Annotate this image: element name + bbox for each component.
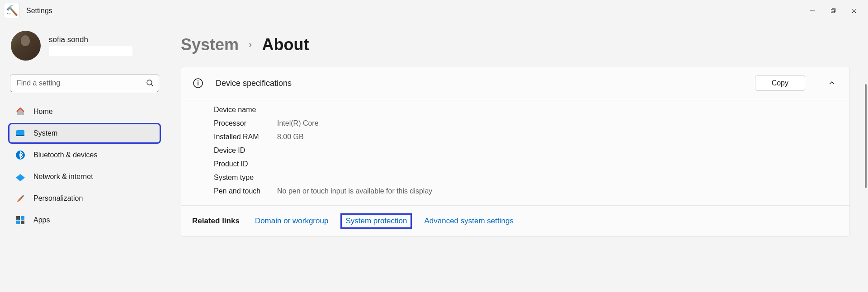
card-body: Device name Processor Intel(R) Core Inst… bbox=[181, 100, 849, 205]
collapse-button[interactable] bbox=[825, 76, 839, 90]
svg-point-16 bbox=[198, 80, 198, 81]
scrollbar[interactable] bbox=[864, 22, 867, 292]
spec-value: Intel(R) Core bbox=[277, 119, 319, 127]
sidebar-item-label: Network & internet bbox=[33, 173, 93, 181]
spec-row-device-name: Device name bbox=[214, 103, 839, 117]
content: sofia sondh Home System bbox=[0, 22, 868, 292]
svg-rect-1 bbox=[831, 9, 835, 13]
search-input[interactable] bbox=[10, 74, 159, 92]
paintbrush-icon bbox=[15, 193, 25, 203]
profile-info: sofia sondh bbox=[49, 35, 132, 56]
breadcrumb-current: About bbox=[262, 35, 309, 54]
sidebar-item-network[interactable]: Network & internet bbox=[9, 167, 160, 186]
spec-label: Device name bbox=[214, 106, 277, 114]
svg-line-6 bbox=[151, 85, 153, 86]
svg-rect-11 bbox=[16, 216, 20, 220]
spec-row-processor: Processor Intel(R) Core bbox=[214, 117, 839, 130]
main: System › About Device specifications Cop… bbox=[167, 22, 868, 292]
sidebar-item-label: Home bbox=[33, 108, 53, 116]
sidebar-item-bluetooth[interactable]: Bluetooth & devices bbox=[9, 146, 160, 165]
sidebar-item-apps[interactable]: Apps bbox=[9, 211, 160, 230]
svg-rect-8 bbox=[16, 135, 24, 136]
search-box bbox=[10, 74, 159, 92]
sidebar-item-label: System bbox=[33, 129, 57, 137]
card-title: Device specifications bbox=[216, 79, 743, 88]
sidebar-item-label: Apps bbox=[33, 216, 50, 224]
maximize-icon bbox=[830, 8, 836, 14]
sidebar-item-label: Bluetooth & devices bbox=[33, 151, 97, 159]
nav-list: Home System Bluetooth & devices Network … bbox=[9, 102, 164, 230]
close-icon bbox=[851, 8, 857, 14]
minimize-icon bbox=[810, 8, 815, 14]
chevron-right-icon: › bbox=[249, 39, 252, 51]
search-icon bbox=[146, 79, 154, 87]
breadcrumb-parent[interactable]: System bbox=[181, 35, 239, 54]
sidebar-item-label: Personalization bbox=[33, 194, 83, 203]
info-icon bbox=[192, 77, 204, 89]
spec-label: Device ID bbox=[214, 146, 277, 155]
spec-value: No pen or touch input is available for t… bbox=[277, 187, 432, 195]
maximize-button[interactable] bbox=[823, 2, 844, 20]
titlebar: 🔨 ← Settings bbox=[0, 0, 868, 22]
scrollbar-thumb[interactable] bbox=[865, 84, 867, 188]
home-icon bbox=[15, 107, 25, 117]
sidebar-item-home[interactable]: Home bbox=[9, 102, 160, 121]
app-icon[interactable]: 🔨 ← bbox=[4, 3, 20, 19]
spec-row-pen-touch: Pen and touch No pen or touch input is a… bbox=[214, 184, 839, 198]
link-advanced-settings[interactable]: Advanced system settings bbox=[420, 215, 517, 227]
spec-value: 8.00 GB bbox=[277, 133, 304, 141]
breadcrumb: System › About bbox=[181, 35, 850, 54]
sidebar-item-personalization[interactable]: Personalization bbox=[9, 189, 160, 208]
svg-rect-2 bbox=[832, 9, 835, 12]
device-specs-card: Device specifications Copy Device name P… bbox=[181, 66, 850, 237]
back-arrow-icon: ← bbox=[6, 10, 12, 17]
sidebar: sofia sondh Home System bbox=[0, 22, 167, 292]
spec-row-system-type: System type bbox=[214, 171, 839, 184]
related-links: Related links Domain or workgroup System… bbox=[181, 205, 849, 236]
avatar bbox=[11, 31, 41, 61]
svg-point-5 bbox=[147, 80, 152, 85]
search-button[interactable] bbox=[146, 79, 155, 88]
profile[interactable]: sofia sondh bbox=[9, 31, 164, 61]
window-controls bbox=[802, 2, 864, 20]
svg-rect-12 bbox=[21, 216, 24, 220]
spec-label: Pen and touch bbox=[214, 187, 277, 195]
spec-label: Installed RAM bbox=[214, 133, 277, 141]
svg-rect-14 bbox=[21, 221, 24, 224]
app-title: Settings bbox=[26, 7, 52, 15]
apps-icon bbox=[15, 215, 25, 225]
titlebar-left: 🔨 ← Settings bbox=[4, 3, 52, 19]
spec-label: Processor bbox=[214, 119, 277, 127]
sidebar-item-system[interactable]: System bbox=[9, 124, 160, 143]
link-domain-workgroup[interactable]: Domain or workgroup bbox=[251, 215, 332, 227]
chevron-up-icon bbox=[828, 80, 835, 87]
bluetooth-icon bbox=[15, 150, 25, 160]
related-label: Related links bbox=[192, 217, 240, 226]
spec-row-device-id: Device ID bbox=[214, 144, 839, 157]
profile-name: sofia sondh bbox=[49, 35, 132, 44]
link-system-protection[interactable]: System protection bbox=[342, 215, 410, 227]
close-button[interactable] bbox=[844, 2, 864, 20]
svg-rect-13 bbox=[16, 221, 20, 224]
spec-row-product-id: Product ID bbox=[214, 157, 839, 171]
profile-email bbox=[49, 46, 132, 56]
card-header[interactable]: Device specifications Copy bbox=[181, 66, 849, 100]
spec-label: Product ID bbox=[214, 160, 277, 168]
minimize-button[interactable] bbox=[802, 2, 823, 20]
spec-label: System type bbox=[214, 174, 277, 182]
system-icon bbox=[15, 128, 25, 138]
wifi-icon bbox=[15, 172, 25, 182]
copy-button[interactable]: Copy bbox=[755, 75, 805, 91]
spec-row-ram: Installed RAM 8.00 GB bbox=[214, 130, 839, 144]
